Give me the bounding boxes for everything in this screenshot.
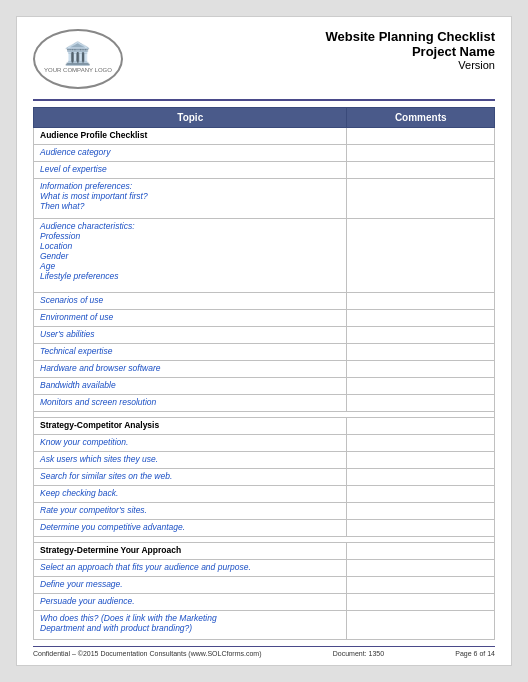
item-label: Scenarios of use xyxy=(34,292,347,309)
document-page: 🏛️ YOUR COMPANY LOGO Website Planning Ch… xyxy=(16,16,512,666)
item-label: Level of expertise xyxy=(34,162,347,179)
table-row: Audience category xyxy=(34,145,495,162)
table-row: Information preferences:What is most imp… xyxy=(34,179,495,219)
item-label: Know your competition. xyxy=(34,434,347,451)
item-comment xyxy=(347,377,495,394)
item-comment xyxy=(347,503,495,520)
doc-title-line1: Website Planning Checklist xyxy=(325,29,495,44)
table-row: Select an approach that fits your audien… xyxy=(34,560,495,577)
section-title: Strategy-Determine Your Approach xyxy=(34,543,347,560)
table-row: Rate your competitor's sites. xyxy=(34,503,495,520)
footer-document: Document: 1350 xyxy=(333,650,384,657)
table-row: Persuade your audience. xyxy=(34,594,495,611)
item-label: Bandwidth available xyxy=(34,377,347,394)
item-label: Information preferences:What is most imp… xyxy=(34,179,347,219)
section-title: Audience Profile Checklist xyxy=(34,128,347,145)
section-header-row: Strategy-Determine Your Approach xyxy=(34,543,495,560)
item-comment xyxy=(347,326,495,343)
item-label: Audience characteristics:ProfessionLocat… xyxy=(34,218,347,292)
table-row: Monitors and screen resolution xyxy=(34,394,495,411)
item-comment xyxy=(347,343,495,360)
item-comment xyxy=(347,145,495,162)
checklist-table: Topic Comments Audience Profile Checklis… xyxy=(33,107,495,640)
col-header-topic: Topic xyxy=(34,108,347,128)
item-comment xyxy=(347,611,495,640)
doc-title-line2: Project Name xyxy=(325,44,495,59)
table-row: Technical expertise xyxy=(34,343,495,360)
item-comment xyxy=(347,520,495,537)
item-label: Hardware and browser software xyxy=(34,360,347,377)
table-row: User's abilities xyxy=(34,326,495,343)
item-comment xyxy=(347,360,495,377)
header-divider xyxy=(33,99,495,101)
section-comments-header xyxy=(347,417,495,434)
table-row: Level of expertise xyxy=(34,162,495,179)
table-row: Who does this? (Does it link with the Ma… xyxy=(34,611,495,640)
item-label: Technical expertise xyxy=(34,343,347,360)
item-comment xyxy=(347,560,495,577)
table-row: Bandwidth available xyxy=(34,377,495,394)
footer-page: Page 6 of 14 xyxy=(455,650,495,657)
item-label: Rate your competitor's sites. xyxy=(34,503,347,520)
section-comments-header xyxy=(347,128,495,145)
item-label: User's abilities xyxy=(34,326,347,343)
item-comment xyxy=(347,218,495,292)
item-comment xyxy=(347,469,495,486)
logo-label: YOUR COMPANY LOGO xyxy=(44,67,112,74)
item-label: Keep checking back. xyxy=(34,486,347,503)
item-comment xyxy=(347,162,495,179)
table-row: Scenarios of use xyxy=(34,292,495,309)
item-comment xyxy=(347,394,495,411)
item-comment xyxy=(347,179,495,219)
section-header-row: Strategy-Competitor Analysis xyxy=(34,417,495,434)
item-label: Ask users which sites they use. xyxy=(34,452,347,469)
item-comment xyxy=(347,434,495,451)
doc-version: Version xyxy=(325,59,495,71)
page-footer: Confidential – ©2015 Documentation Consu… xyxy=(33,646,495,657)
header-title-block: Website Planning Checklist Project Name … xyxy=(325,29,495,71)
item-label: Define your message. xyxy=(34,577,347,594)
footer-confidential: Confidential – ©2015 Documentation Consu… xyxy=(33,650,261,657)
item-label: Monitors and screen resolution xyxy=(34,394,347,411)
item-comment xyxy=(347,486,495,503)
item-label: Who does this? (Does it link with the Ma… xyxy=(34,611,347,640)
section-header-row: Audience Profile Checklist xyxy=(34,128,495,145)
table-row: Hardware and browser software xyxy=(34,360,495,377)
table-row: Ask users which sites they use. xyxy=(34,452,495,469)
table-row: Keep checking back. xyxy=(34,486,495,503)
table-row: Define your message. xyxy=(34,577,495,594)
item-label: Determine you competitive advantage. xyxy=(34,520,347,537)
section-comments-header xyxy=(347,543,495,560)
item-comment xyxy=(347,452,495,469)
table-row: Audience characteristics:ProfessionLocat… xyxy=(34,218,495,292)
item-label: Environment of use xyxy=(34,309,347,326)
item-comment xyxy=(347,594,495,611)
item-comment xyxy=(347,309,495,326)
item-label: Audience category xyxy=(34,145,347,162)
table-row: Search for similar sites on the web. xyxy=(34,469,495,486)
page-header: 🏛️ YOUR COMPANY LOGO Website Planning Ch… xyxy=(33,29,495,89)
table-row: Determine you competitive advantage. xyxy=(34,520,495,537)
item-label: Search for similar sites on the web. xyxy=(34,469,347,486)
item-label: Select an approach that fits your audien… xyxy=(34,560,347,577)
company-logo: 🏛️ YOUR COMPANY LOGO xyxy=(33,29,123,89)
logo-building-icon: 🏛️ xyxy=(64,43,91,65)
table-row: Environment of use xyxy=(34,309,495,326)
table-row: Know your competition. xyxy=(34,434,495,451)
col-header-comments: Comments xyxy=(347,108,495,128)
item-label: Persuade your audience. xyxy=(34,594,347,611)
section-title: Strategy-Competitor Analysis xyxy=(34,417,347,434)
item-comment xyxy=(347,577,495,594)
item-comment xyxy=(347,292,495,309)
